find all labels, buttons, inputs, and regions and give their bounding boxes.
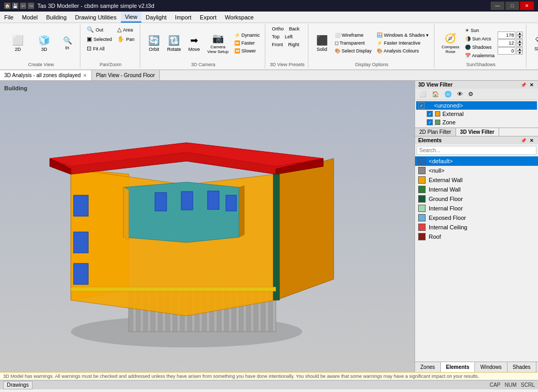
viewport[interactable]: Building: [0, 81, 415, 372]
back-preset-button[interactable]: Back: [287, 25, 302, 33]
dynamic-button[interactable]: ⚡ Dynamic: [232, 31, 262, 39]
fit-all-button[interactable]: ⊡Fit All: [85, 44, 114, 53]
element-item-internal-floor[interactable]: Internal Floor: [415, 204, 538, 213]
third-down[interactable]: ▼: [516, 51, 523, 55]
3d-viewport[interactable]: Building: [0, 81, 415, 372]
create-view-label: Create View: [5, 61, 77, 67]
element-item-external-wall[interactable]: External Wall: [415, 175, 538, 185]
undo-icon-title[interactable]: ↩: [20, 3, 26, 9]
menu-workspace[interactable]: Workspace: [221, 12, 258, 23]
pan-button[interactable]: ✋Pan: [115, 35, 137, 44]
redo-icon-title[interactable]: ↪: [28, 3, 34, 9]
right-preset-button[interactable]: Right: [286, 41, 301, 48]
top-preset-button[interactable]: Top: [270, 33, 282, 40]
filter-item-zone[interactable]: ✓ Zone: [416, 118, 537, 126]
elements-panel-close[interactable]: ✕: [529, 138, 535, 143]
third-up[interactable]: ▲: [516, 47, 523, 51]
sun-third-input[interactable]: [498, 47, 515, 55]
filter-tb-btn5[interactable]: ⚙: [466, 90, 475, 99]
elevation-down[interactable]: ▼: [516, 43, 523, 47]
faster-button[interactable]: ⏩ Faster: [232, 39, 262, 47]
filter-checkbox-unzoned[interactable]: ✓: [418, 102, 425, 109]
zoom-out-button[interactable]: 🔍Out: [85, 25, 114, 34]
compass-rose-button[interactable]: 🧭 CompassRose: [439, 31, 462, 56]
maximize-button[interactable]: □: [505, 2, 519, 10]
analysis-colours-button[interactable]: 🎨 Analysis Colours: [375, 47, 431, 55]
minimize-button[interactable]: —: [491, 2, 504, 10]
create-2d-button[interactable]: ⬜ 2D: [5, 33, 30, 54]
menu-building[interactable]: Building: [42, 12, 71, 23]
create-3d-button[interactable]: 🧊 3D: [32, 33, 57, 54]
filter-panel-close[interactable]: ✕: [529, 82, 535, 88]
filter-checkbox-zone[interactable]: ✓: [427, 119, 433, 125]
filter-tb-btn4[interactable]: 👁: [455, 90, 465, 99]
move-button[interactable]: ➡ Move: [185, 33, 204, 54]
azimuth-up[interactable]: ▲: [516, 31, 523, 35]
elevation-up[interactable]: ▲: [516, 39, 523, 43]
front-preset-button[interactable]: Front: [270, 41, 285, 48]
tab-3d-view-filter[interactable]: 3D View Filter: [456, 128, 499, 136]
analemma-button[interactable]: 📅 Analemma: [463, 52, 496, 59]
drawings-button[interactable]: Drawings: [3, 381, 33, 389]
filter-tb-btn2[interactable]: 🏠: [430, 90, 441, 99]
status-indicators: CAP NUM SCRL: [490, 382, 535, 388]
sun-azimuth-input[interactable]: [498, 31, 515, 39]
bottom-tab-windows[interactable]: Windows: [475, 362, 508, 372]
tab-2d-plan-filter[interactable]: 2D Plan Filter: [415, 128, 456, 136]
transparent-button[interactable]: ◻ Transparent: [333, 39, 374, 47]
element-item-roof[interactable]: Roof: [415, 232, 538, 241]
tab-plan-view[interactable]: Plan View - Ground Floor: [92, 70, 160, 80]
orbit-button[interactable]: 🔄 Orbit: [144, 33, 163, 54]
shadows-button[interactable]: 🌑 Shadows: [463, 44, 496, 51]
zoom-in-button[interactable]: 🔍 In: [58, 35, 77, 52]
rotate-button[interactable]: 🔃 Rotate: [164, 33, 184, 54]
filter-tb-btn3[interactable]: 🌐: [442, 90, 454, 99]
sun-arcs-button[interactable]: 🌗 Sun Arcs: [463, 35, 496, 43]
azimuth-down[interactable]: ▼: [516, 35, 523, 39]
elements-panel-pin[interactable]: 📌: [520, 138, 527, 143]
warning-bar: 3D Model has warnings. All warnings must…: [0, 372, 538, 380]
select-display-button[interactable]: 🎨 Select Display: [333, 47, 374, 55]
faster-interactive-button[interactable]: ⚡ Faster Interactive: [375, 39, 431, 47]
left-preset-button[interactable]: Left: [283, 33, 295, 40]
filter-item-unzoned[interactable]: ✓ <unzoned>: [416, 101, 537, 110]
menu-export[interactable]: Export: [195, 12, 221, 23]
sun-button[interactable]: ☀ Sun: [463, 27, 496, 34]
menu-daylight[interactable]: Daylight: [141, 12, 171, 23]
filter-item-external[interactable]: ✓ External: [416, 110, 537, 118]
element-item-internal-ceiling[interactable]: Internal Ceiling: [415, 223, 538, 232]
wireframe-button[interactable]: ⬜ Wireframe: [333, 31, 374, 39]
menu-model[interactable]: Model: [18, 12, 42, 23]
element-item-null[interactable]: <null>: [415, 166, 538, 175]
element-item-default[interactable]: <default>: [415, 156, 538, 166]
element-item-exposed-floor[interactable]: Exposed Floor: [415, 213, 538, 223]
camera-view-setup-button[interactable]: 📷 CameraView Setup: [205, 31, 231, 56]
filter-panel-pin[interactable]: 📌: [520, 82, 527, 88]
pan-zoom-label: Pan/Zoom: [85, 61, 137, 67]
filter-tb-btn1[interactable]: ⬜: [417, 90, 429, 99]
element-item-internal-wall[interactable]: Internal Wall: [415, 185, 538, 194]
save-icon-title[interactable]: 💾: [12, 3, 18, 9]
menu-drawing-utilities[interactable]: Drawing Utilities: [71, 12, 121, 23]
slower-button[interactable]: ⏪ Slower: [232, 47, 262, 55]
filter-checkbox-external[interactable]: ✓: [427, 111, 433, 117]
tab-3d-analysis-close[interactable]: ✕: [83, 73, 87, 78]
bottom-tab-shades[interactable]: Shades: [508, 362, 536, 372]
solid-button[interactable]: ⬛ Solid: [313, 33, 332, 54]
sun-elevation-input[interactable]: [498, 39, 515, 47]
tab-3d-analysis[interactable]: 3D Analysis - all zones displayed ✕: [0, 70, 92, 80]
menu-view[interactable]: View: [121, 12, 142, 23]
element-item-ground-floor[interactable]: Ground Floor: [415, 194, 538, 204]
bottom-tab-elements[interactable]: Elements: [441, 362, 475, 372]
show-button[interactable]: 👁 Show: [531, 33, 538, 53]
area-zoom-button[interactable]: △Area: [115, 25, 137, 34]
3d-presets-label: 3D View Presets: [270, 61, 304, 67]
ortho-preset-button[interactable]: Ortho: [270, 25, 286, 33]
bottom-tab-zones[interactable]: Zones: [415, 362, 441, 372]
menu-import[interactable]: Import: [171, 12, 195, 23]
elements-search-input[interactable]: [417, 146, 536, 155]
close-button[interactable]: ✕: [520, 2, 534, 10]
windows-shades-button[interactable]: 🪟 Windows & Shades ▾: [375, 31, 431, 39]
menu-file[interactable]: File: [0, 12, 18, 23]
selected-zoom-button[interactable]: ▣Selected: [85, 35, 114, 44]
